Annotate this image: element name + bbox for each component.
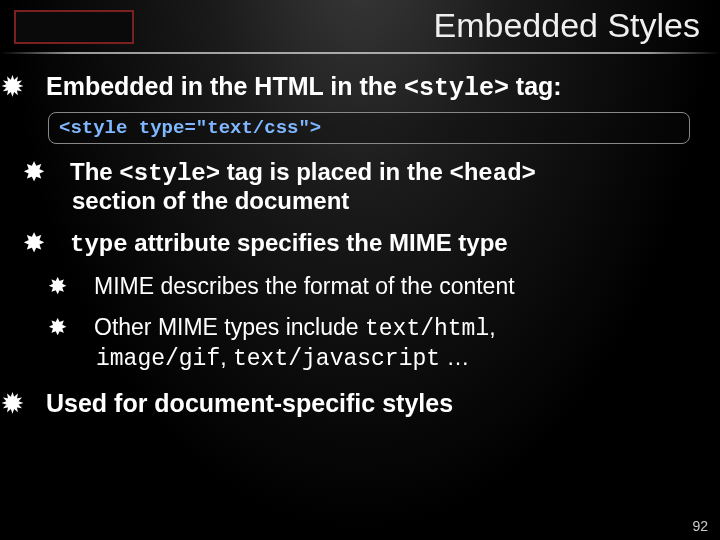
bullet-lvl2: ✸type attribute specifies the MIME type xyxy=(24,229,696,259)
star-icon: ✸ xyxy=(72,314,94,342)
bullet-lvl1: ✹Used for document-specific styles xyxy=(24,389,696,418)
star-icon: ✸ xyxy=(48,229,70,257)
text: Other MIME types include xyxy=(94,314,365,340)
code-inline: type xyxy=(70,231,128,258)
text: , xyxy=(220,344,233,370)
text: MIME describes the format of the content xyxy=(94,273,515,299)
text: attribute specifies the MIME type xyxy=(128,229,508,256)
star-icon: ✸ xyxy=(72,273,94,301)
code-inline: <style> xyxy=(119,160,220,187)
text: Used for document-specific styles xyxy=(46,389,453,417)
code-inline: <head> xyxy=(450,160,536,187)
bullet-lvl3-cont: image/gif, text/javascript … xyxy=(24,344,696,374)
text: tag is placed in the xyxy=(220,158,449,185)
slide-title: Embedded Styles xyxy=(434,6,701,45)
code-box: <style type="text/css"> xyxy=(48,112,690,144)
star-icon: ✸ xyxy=(48,158,70,186)
code-inline: image/gif xyxy=(96,346,220,372)
star-icon: ✹ xyxy=(24,72,46,101)
code-text: <style type="text/css"> xyxy=(59,117,321,139)
title-divider xyxy=(0,52,720,54)
bullet-lvl3: ✸MIME describes the format of the conten… xyxy=(24,273,696,301)
text: The xyxy=(70,158,119,185)
bullet-lvl2-cont: section of the document xyxy=(24,187,696,215)
slide-content: ✹Embedded in the HTML in the <style> tag… xyxy=(0,62,720,418)
code-inline: <style> xyxy=(404,74,509,103)
bullet-lvl1: ✹Embedded in the HTML in the <style> tag… xyxy=(24,72,696,104)
text: tag: xyxy=(509,72,562,100)
code-inline: text/javascript xyxy=(233,346,440,372)
text: section of the document xyxy=(72,187,349,214)
bullet-lvl3: ✸Other MIME types include text/html, xyxy=(24,314,696,344)
bullet-lvl2: ✸The <style> tag is placed in the <head> xyxy=(24,158,696,188)
text: Embedded in the HTML in the xyxy=(46,72,404,100)
text: , xyxy=(489,314,495,340)
top-left-box xyxy=(14,10,134,44)
code-inline: text/html xyxy=(365,316,489,342)
page-number: 92 xyxy=(692,518,708,534)
star-icon: ✹ xyxy=(24,389,46,418)
text: … xyxy=(440,344,469,370)
